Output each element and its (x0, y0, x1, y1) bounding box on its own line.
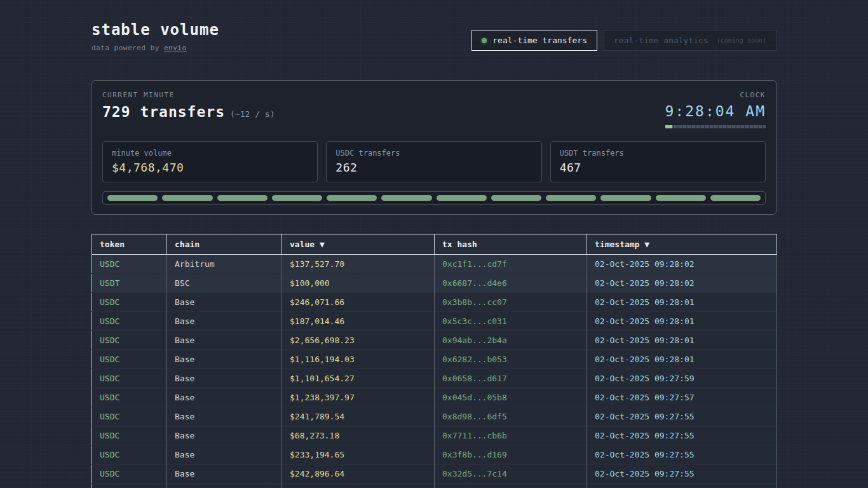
cell-token: USDC (92, 369, 167, 388)
clock-label: CLOCK (665, 91, 766, 99)
cell-value: $68,273.18 (282, 426, 435, 445)
cell-tx-hash[interactable]: 0x32d5...7c14 (435, 464, 587, 484)
activity-segment (107, 195, 158, 201)
cell-tx-hash[interactable]: 0x6687...d4e6 (435, 274, 587, 293)
cell-tx-hash[interactable]: 0xc1f1...cd7f (435, 255, 587, 274)
cell-timestamp: 02-Oct-2025 09:27:55 (587, 407, 777, 426)
cell-chain: Base (167, 312, 282, 331)
cell-chain: Base (167, 350, 282, 369)
cell-timestamp: 02-Oct-2025 09:27:59 (587, 369, 777, 388)
activity-segment (656, 195, 706, 201)
tab-analytics-label: real-time analytics (614, 36, 709, 45)
transfers-table-body: USDC Arbitrum $137,527.70 0xc1f1...cd7f … (92, 255, 777, 488)
transfers-count: 729 transfers (102, 104, 225, 120)
live-dot-icon (482, 38, 487, 43)
cell-chain: BSC (167, 274, 282, 293)
cell-timestamp: 02-Oct-2025 09:27:55 (587, 464, 777, 484)
cell-value: $1,116,194.03 (282, 350, 435, 369)
tab-transfers-label: real-time transfers (492, 36, 587, 45)
usdt-transfers-value: 467 (560, 161, 756, 174)
clock-progress-track (665, 125, 766, 128)
activity-segment (327, 195, 377, 201)
transfer-row: USDC Base $242,896.64 0x32d5...7c14 02-O… (92, 464, 777, 484)
cell-token: USDC (92, 255, 167, 274)
cell-token: USDC (92, 331, 167, 350)
transfer-row: USDC Optimism $57,338.49 0xbcc0...c6a3 0… (92, 484, 777, 488)
cell-tx-hash[interactable]: 0x6282...b053 (435, 350, 587, 369)
transfer-row: USDC Base $246,071.66 0x3b8b...cc07 02-O… (92, 293, 777, 312)
col-header-token: token (92, 234, 167, 255)
subtitle: data powered by envio (92, 44, 219, 52)
cell-value: $57,338.49 (282, 484, 435, 488)
tab-realtime-transfers[interactable]: real-time transfers (471, 30, 597, 51)
minute-volume-label: minute volume (112, 149, 308, 158)
cell-value: $137,527.70 (282, 255, 435, 274)
envio-link[interactable]: envio (164, 44, 187, 52)
cell-tx-hash[interactable]: 0x3b8b...cc07 (435, 293, 587, 312)
cell-token: USDT (92, 274, 167, 293)
cell-chain: Base (167, 293, 282, 312)
activity-segment (710, 195, 761, 201)
cell-timestamp: 02-Oct-2025 09:28:02 (587, 274, 777, 293)
cell-tx-hash[interactable]: 0x7711...cb6b (435, 426, 587, 445)
cell-tx-hash[interactable]: 0x0658...d617 (435, 369, 587, 388)
transfers-table-wrap: token chain value ▼ tx hash timestamp ▼ … (92, 234, 776, 488)
title-block: stable volume data powered by envio (92, 22, 219, 52)
clock-block: CLOCK 9:28:04 AM (665, 91, 766, 128)
transfer-row: USDC Base $241,789.54 0x8d98...6df5 02-O… (92, 407, 777, 426)
transfer-row: USDC Base $187,014.46 0x5c3c...c031 02-O… (92, 312, 777, 331)
cell-timestamp: 02-Oct-2025 09:27:55 (587, 484, 777, 488)
cell-chain: Base (167, 331, 282, 350)
cell-token: USDC (92, 388, 167, 407)
tab-realtime-analytics[interactable]: real-time analytics (coming soon) (604, 30, 776, 51)
cell-token: USDC (92, 426, 167, 445)
coming-soon-badge: (coming soon) (717, 37, 766, 44)
cell-tx-hash[interactable]: 0x3f8b...d169 (435, 445, 587, 464)
cell-chain: Base (167, 445, 282, 464)
transfers-table: token chain value ▼ tx hash timestamp ▼ … (92, 234, 777, 488)
cell-timestamp: 02-Oct-2025 09:27:55 (587, 426, 777, 445)
activity-segment (217, 195, 268, 201)
cell-value: $241,789.54 (282, 407, 435, 426)
view-tabs: real-time transfers real-time analytics … (471, 30, 776, 51)
page-header: stable volume data powered by envio real… (92, 22, 776, 52)
current-minute-panel: CURRENT MINUTE 729 transfers (~12 / s) C… (92, 80, 776, 215)
cell-token: USDC (92, 407, 167, 426)
cell-value: $187,014.46 (282, 312, 435, 331)
transfer-row: USDC Base $233,194.65 0x3f8b...d169 02-O… (92, 445, 777, 464)
col-header-timestamp-sort[interactable]: timestamp ▼ (587, 234, 777, 255)
clock-progress-fill (665, 125, 672, 128)
cell-value: $2,656,698.23 (282, 331, 435, 350)
cell-value: $242,896.64 (282, 464, 435, 484)
cell-timestamp: 02-Oct-2025 09:28:01 (587, 293, 777, 312)
table-header-row: token chain value ▼ tx hash timestamp ▼ (92, 234, 777, 255)
transfers-rate: (~12 / s) (230, 109, 275, 119)
transfer-row: USDC Arbitrum $137,527.70 0xc1f1...cd7f … (92, 255, 777, 274)
cell-chain: Base (167, 426, 282, 445)
cell-tx-hash[interactable]: 0x94ab...2b4a (435, 331, 587, 350)
cell-tx-hash[interactable]: 0x045d...05b8 (435, 388, 587, 407)
cell-value: $1,238,397.97 (282, 388, 435, 407)
cell-chain: Arbitrum (167, 255, 282, 274)
col-header-value-sort[interactable]: value ▼ (282, 234, 435, 255)
transfer-row: USDC Base $1,116,194.03 0x6282...b053 02… (92, 350, 777, 369)
activity-segment (546, 195, 596, 201)
transfer-row: USDC Base $68,273.18 0x7711...cb6b 02-Oc… (92, 426, 777, 445)
stat-card-usdt-transfers: USDT transfers 467 (550, 141, 766, 182)
page: stable volume data powered by envio real… (92, 0, 776, 488)
transfer-row: USDC Base $2,656,698.23 0x94ab...2b4a 02… (92, 331, 777, 350)
subtitle-text: data powered by (92, 44, 164, 52)
cell-timestamp: 02-Oct-2025 09:28:01 (587, 312, 777, 331)
activity-segment (272, 195, 322, 201)
usdc-transfers-value: 262 (336, 161, 532, 174)
cell-timestamp: 02-Oct-2025 09:28:02 (587, 255, 777, 274)
cell-tx-hash[interactable]: 0x5c3c...c031 (435, 312, 587, 331)
transfer-row: USDC Base $1,101,654.27 0x0658...d617 02… (92, 369, 777, 388)
stats-top-row: CURRENT MINUTE 729 transfers (~12 / s) C… (102, 91, 766, 128)
transfers-summary: CURRENT MINUTE 729 transfers (~12 / s) (102, 91, 275, 120)
cell-tx-hash[interactable]: 0x8d98...6df5 (435, 407, 587, 426)
cell-token: USDC (92, 445, 167, 464)
cell-timestamp: 02-Oct-2025 09:27:55 (587, 445, 777, 464)
cell-tx-hash[interactable]: 0xbcc0...c6a3 (435, 484, 587, 488)
cell-chain: Base (167, 464, 282, 484)
